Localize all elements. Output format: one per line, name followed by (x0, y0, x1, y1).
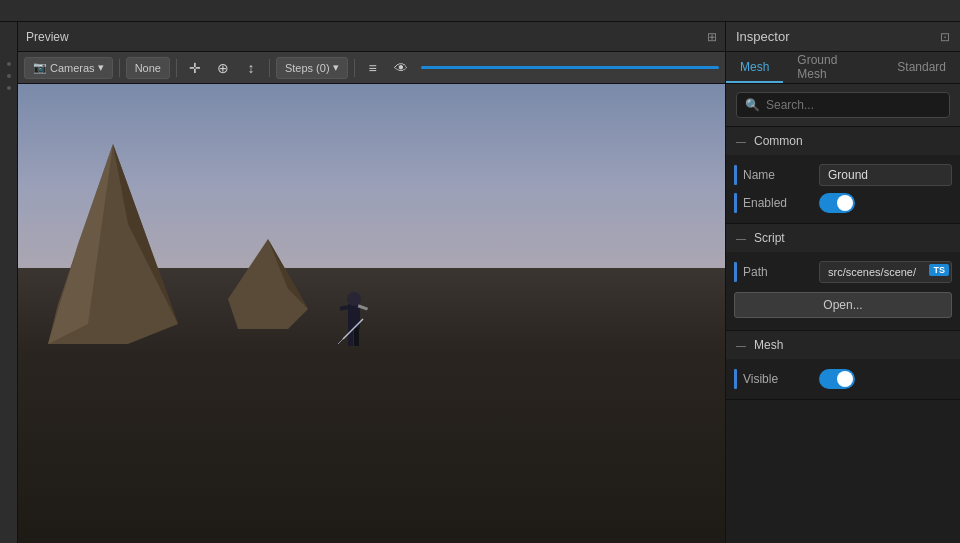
camera-icon: 📷 (33, 61, 47, 74)
move-icon: ✛ (189, 60, 201, 76)
collapse-script-icon: — (736, 233, 746, 244)
open-button[interactable]: Open... (734, 292, 952, 318)
path-text: src/scenes/scene/ (828, 266, 916, 278)
tab-standard[interactable]: Standard (883, 52, 960, 83)
steps-chevron-icon: ▾ (333, 61, 339, 74)
prop-accent-name (734, 165, 737, 185)
tab-ground-mesh[interactable]: Ground Mesh (783, 52, 883, 83)
section-common-body: Name Enabled (726, 155, 960, 223)
visible-toggle[interactable] (819, 369, 855, 389)
section-common-title: Common (754, 134, 803, 148)
rotate-icon: ⊕ (217, 60, 229, 76)
prop-label-visible: Visible (743, 372, 813, 386)
tab-standard-label: Standard (897, 60, 946, 74)
preview-viewport[interactable] (18, 84, 725, 543)
search-input[interactable] (766, 98, 941, 112)
scale-tool-button[interactable]: ↕ (239, 57, 263, 79)
svg-rect-5 (348, 304, 360, 329)
inspector-expand-icon[interactable]: ⊡ (940, 30, 950, 44)
section-mesh: — Mesh Visible (726, 331, 960, 400)
main-layout: Preview ⊞ 📷 Cameras ▾ None ✛ ⊕ ↕ (0, 22, 960, 543)
svg-rect-9 (340, 305, 349, 310)
menu-icon: ≡ (368, 60, 376, 76)
steps-button[interactable]: Steps (0) ▾ (276, 57, 348, 79)
prop-value-path[interactable]: src/scenes/scene/ TS (819, 261, 952, 283)
inspector-title: Inspector (736, 29, 789, 44)
enabled-toggle[interactable] (819, 193, 855, 213)
rotate-tool-button[interactable]: ⊕ (211, 57, 235, 79)
preview-toolbar: 📷 Cameras ▾ None ✛ ⊕ ↕ Steps (0) ▾ (18, 52, 725, 84)
move-tool-button[interactable]: ✛ (183, 57, 207, 79)
section-mesh-header[interactable]: — Mesh (726, 331, 960, 359)
scale-icon: ↕ (247, 60, 254, 76)
svg-line-12 (338, 339, 343, 344)
inspector-content: — Common Name Enabled (726, 127, 960, 543)
prop-accent-enabled (734, 193, 737, 213)
section-mesh-title: Mesh (754, 338, 783, 352)
window-title-bar (0, 0, 960, 22)
collapse-mesh-icon: — (736, 340, 746, 351)
sidebar-dot (7, 62, 11, 66)
prop-row-enabled: Enabled (726, 189, 960, 217)
prop-accent-path (734, 262, 737, 282)
collapse-common-icon: — (736, 136, 746, 147)
section-script-body: Path src/scenes/scene/ TS Open... (726, 252, 960, 330)
toolbar-separator (119, 59, 120, 77)
cameras-label: Cameras (50, 62, 95, 74)
prop-label-path: Path (743, 265, 813, 279)
tab-mesh-label: Mesh (740, 60, 769, 74)
none-label: None (135, 62, 161, 74)
sidebar-dot (7, 74, 11, 78)
open-btn-row: Open... (726, 286, 960, 324)
sidebar-dot (7, 86, 11, 90)
section-mesh-body: Visible (726, 359, 960, 399)
inspector-header: Inspector ⊡ (726, 22, 960, 52)
prop-row-path: Path src/scenes/scene/ TS (726, 258, 960, 286)
section-script: — Script Path src/scenes/scene/ TS (726, 224, 960, 331)
character (338, 284, 368, 354)
rock-left (48, 144, 178, 344)
search-icon: 🔍 (745, 98, 760, 112)
prop-label-enabled: Enabled (743, 196, 813, 210)
svg-rect-8 (354, 328, 359, 346)
tab-mesh[interactable]: Mesh (726, 52, 783, 83)
cameras-button[interactable]: 📷 Cameras ▾ (24, 57, 113, 79)
toolbar-separator (354, 59, 355, 77)
preview-expand-icon[interactable]: ⊞ (707, 30, 717, 44)
toolbar-separator (269, 59, 270, 77)
preview-panel: Preview ⊞ 📷 Cameras ▾ None ✛ ⊕ ↕ (18, 22, 726, 543)
prop-row-visible: Visible (726, 365, 960, 393)
inspector-panel: Inspector ⊡ Mesh Ground Mesh Standard 🔍 (726, 22, 960, 543)
menu-button[interactable]: ≡ (361, 57, 385, 79)
eye-button[interactable]: 👁 (389, 57, 413, 79)
section-script-title: Script (754, 231, 785, 245)
preview-header: Preview ⊞ (18, 22, 725, 52)
prop-row-name: Name (726, 161, 960, 189)
none-button[interactable]: None (126, 57, 170, 79)
search-input-wrapper[interactable]: 🔍 (736, 92, 950, 118)
steps-label: Steps (0) (285, 62, 330, 74)
chevron-down-icon: ▾ (98, 61, 104, 74)
name-input[interactable] (828, 168, 943, 182)
prop-value-name[interactable] (819, 164, 952, 186)
prop-label-name: Name (743, 168, 813, 182)
prop-accent-visible (734, 369, 737, 389)
inspector-tabs: Mesh Ground Mesh Standard (726, 52, 960, 84)
ts-badge: TS (929, 264, 949, 276)
toolbar-separator (176, 59, 177, 77)
eye-icon: 👁 (394, 60, 408, 76)
search-bar: 🔍 (726, 84, 960, 127)
svg-point-6 (347, 292, 361, 306)
preview-title: Preview (26, 30, 69, 44)
section-common-header[interactable]: — Common (726, 127, 960, 155)
svg-marker-3 (228, 239, 308, 329)
rock-right (228, 239, 308, 329)
progress-bar (421, 66, 719, 69)
section-script-header[interactable]: — Script (726, 224, 960, 252)
tab-ground-mesh-label: Ground Mesh (797, 53, 869, 81)
left-sidebar (0, 22, 18, 543)
preview-scene (18, 84, 725, 543)
section-common: — Common Name Enabled (726, 127, 960, 224)
